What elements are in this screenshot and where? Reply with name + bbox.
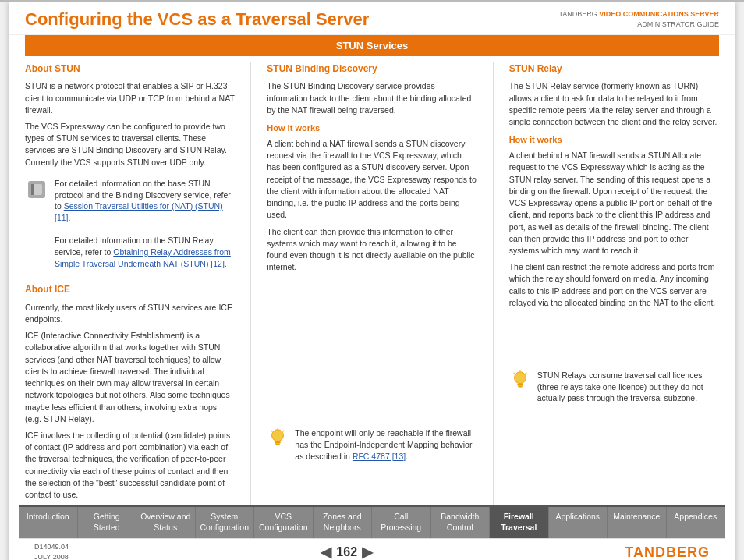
brand-info: TANDBERG VIDEO COMMUNICATIONS SERVER ADM… <box>558 9 719 29</box>
divider-2 <box>493 62 494 505</box>
brand-product: VIDEO COMMUNICATIONS SERVER <box>599 10 719 18</box>
nav-tab-maintenance[interactable]: Maintenance <box>608 507 667 537</box>
nav-tabs-container: IntroductionGetting StartedOverview and … <box>19 507 725 537</box>
col2-para2: A client behind a NAT firewall sends a S… <box>267 138 477 222</box>
col3-note-text: STUN Relays consume traversal call licen… <box>537 370 719 404</box>
nav-tab-vcs-configuration[interactable]: VCS Configuration <box>254 507 314 537</box>
divider-1 <box>250 62 251 505</box>
document-body: Configuring the VCS as a Traversal Serve… <box>9 2 735 560</box>
nav-tab-applications[interactable]: Applications <box>549 507 608 537</box>
col2-note-box: The endpoint will only be reachable if t… <box>267 424 477 465</box>
col3-para3: The client can restrict the remote addre… <box>509 261 719 309</box>
col1-para1: STUN is a network protocol that enables … <box>25 80 235 116</box>
col3-lightbulb-icon <box>509 370 531 395</box>
nav-tab-overview-and-status[interactable]: Overview and Status <box>136 507 196 537</box>
col3-heading: STUN Relay <box>509 62 719 76</box>
next-page-arrow[interactable]: ▶ <box>362 544 373 560</box>
svg-line-13 <box>525 373 526 374</box>
doc-header: Configuring the VCS as a Traversal Serve… <box>9 2 735 35</box>
column-stun-about: About STUN STUN is a network protocol th… <box>25 62 235 505</box>
svg-point-9 <box>514 372 526 384</box>
col1-link1[interactable]: Session Traversal Utilities for (NAT) (S… <box>55 201 223 222</box>
doc-footer: D14049.04 JULY 2008 ◀ 162 ▶ TANDBERG <box>19 538 725 560</box>
page-number: 162 <box>336 545 357 559</box>
footer-pagination: ◀ 162 ▶ <box>321 544 373 560</box>
svg-line-7 <box>283 431 285 432</box>
col3-para2: A client behind a NAT firewall sends a S… <box>509 150 719 257</box>
nav-tab-firewall-traversal[interactable]: Firewall Traversal <box>490 507 549 537</box>
col2-para3: The client can then provide this informa… <box>267 226 477 274</box>
col1-ice-para1: Currently, the most likely users of STUN… <box>25 302 235 325</box>
svg-rect-10 <box>517 384 523 386</box>
nav-tab-introduction[interactable]: Introduction <box>19 507 78 537</box>
nav-tab-system-configuration[interactable]: System Configuration <box>196 507 255 537</box>
svg-line-14 <box>513 373 515 374</box>
col1-heading: About STUN <box>25 62 235 76</box>
svg-rect-11 <box>518 386 523 388</box>
col3-subheading: How it works <box>509 134 719 147</box>
col3-note-box: STUN Relays consume traversal call licen… <box>509 367 719 407</box>
columns-container: About STUN STUN is a network protocol th… <box>25 56 719 505</box>
nav-tab-call-processing[interactable]: Call Processing <box>372 507 431 537</box>
bottom-navigation: IntroductionGetting StartedOverview and … <box>19 505 725 537</box>
nav-tab-zones-and-neighbors[interactable]: Zones and Neighbors <box>314 507 373 537</box>
col1-ice-para3: ICE involves the collecting of potential… <box>25 430 235 501</box>
svg-line-8 <box>271 431 273 432</box>
spiral-binding <box>0 0 744 2</box>
col1-ice-para2: ICE (Interactive Connectivity Establishm… <box>25 330 235 425</box>
col1-ice-heading: About ICE <box>25 283 235 296</box>
col2-para1: The STUN Binding Discovery service provi… <box>267 80 477 116</box>
col2-heading: STUN Binding Discovery <box>267 62 477 76</box>
col3-para1: The STUN Relay service (formerly known a… <box>509 80 719 128</box>
col1-note-box: For detailed information on the base STU… <box>25 175 235 273</box>
col2-note-link[interactable]: RFC 4787 [13] <box>353 452 406 461</box>
brand-name: TANDBERG <box>558 10 597 18</box>
content-area: About STUN STUN is a network protocol th… <box>9 56 735 505</box>
footer-brand-tan: TAN <box>625 544 655 560</box>
section-title: STUN Services <box>25 35 719 56</box>
column-stun-relay: STUN Relay The STUN Relay service (forme… <box>509 62 719 505</box>
column-stun-binding: STUN Binding Discovery The STUN Binding … <box>267 62 477 505</box>
svg-point-3 <box>272 430 284 441</box>
col2-lightbulb-icon <box>267 427 289 452</box>
col2-note-text: The endpoint will only be reachable if t… <box>295 427 477 462</box>
col1-note-text: For detailed information on the base STU… <box>55 178 235 270</box>
svg-rect-5 <box>276 444 281 445</box>
col1-para2: The VCS Expressway can be configured to … <box>25 121 235 168</box>
page-title: Configuring the VCS as a Traversal Serve… <box>25 9 369 30</box>
col2-subheading: How it works <box>267 122 477 135</box>
footer-brand-dberg: DBERG <box>655 544 710 560</box>
brand-guide: ADMINISTRATOR GUIDE <box>637 20 719 28</box>
nav-tab-getting-started[interactable]: Getting Started <box>78 507 137 537</box>
nav-tab-appendices[interactable]: Appendices <box>667 507 726 537</box>
svg-rect-4 <box>275 441 281 444</box>
prev-page-arrow[interactable]: ◀ <box>321 544 331 560</box>
info-icon <box>25 178 48 204</box>
svg-rect-2 <box>31 184 34 195</box>
nav-tab-bandwidth-control[interactable]: Bandwidth Control <box>431 507 491 537</box>
footer-brand: TANDBERG <box>625 544 710 560</box>
footer-doc-id: D14049.04 JULY 2008 <box>34 542 69 560</box>
